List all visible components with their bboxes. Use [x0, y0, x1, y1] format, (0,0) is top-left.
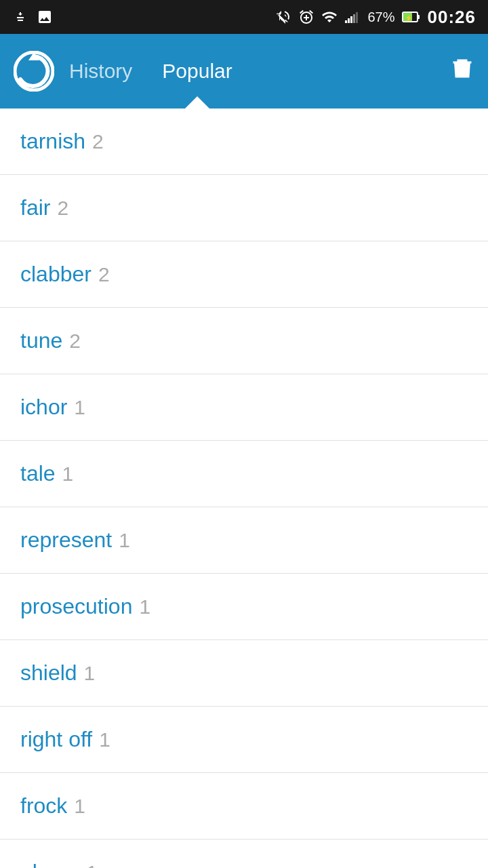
svg-rect-4	[356, 12, 358, 23]
word-text: prosecution	[20, 594, 132, 619]
word-text: clabber	[20, 262, 92, 287]
svg-rect-0	[345, 20, 347, 23]
list-item[interactable]: ichor1	[0, 374, 488, 441]
signal-icon	[344, 9, 361, 25]
app-logo	[14, 51, 54, 92]
word-count: 1	[74, 396, 85, 419]
list-item[interactable]: tale1	[0, 441, 488, 507]
svg-text:⚡: ⚡	[405, 14, 413, 22]
word-count: 1	[74, 795, 85, 818]
word-text: represent	[20, 528, 112, 553]
list-item[interactable]: shield1	[0, 640, 488, 707]
word-count: 1	[86, 861, 98, 869]
list-item[interactable]: fair2	[0, 175, 488, 241]
word-list: tarnish2fair2clabber2tune2ichor1tale1rep…	[0, 108, 488, 868]
mute-icon	[275, 9, 291, 25]
usb-icon	[12, 9, 28, 25]
app-bar: History Popular	[0, 34, 488, 108]
battery-icon: ⚡	[402, 9, 421, 25]
word-count: 2	[98, 263, 110, 286]
list-item[interactable]: represent1	[0, 507, 488, 574]
word-text: right off	[20, 727, 92, 752]
list-item[interactable]: tune2	[0, 308, 488, 374]
word-count: 1	[62, 462, 74, 486]
word-text: tune	[20, 328, 62, 353]
word-count: 1	[99, 728, 110, 751]
svg-rect-2	[350, 16, 352, 23]
battery-percent: 67%	[367, 9, 394, 25]
status-bar-left	[12, 9, 53, 25]
word-count: 1	[119, 529, 130, 552]
list-item[interactable]: frock1	[0, 773, 488, 840]
word-count: 1	[84, 662, 96, 685]
list-item[interactable]: clabber2	[0, 241, 488, 308]
word-text: frock	[20, 793, 67, 818]
word-text: fair	[20, 195, 50, 220]
list-item[interactable]: tarnish2	[0, 108, 488, 175]
svg-rect-6	[418, 15, 420, 19]
word-text: tale	[20, 461, 56, 486]
word-text: shield	[20, 660, 77, 686]
tab-history[interactable]: History	[54, 34, 147, 108]
tab-popular[interactable]: Popular	[147, 34, 247, 108]
svg-rect-3	[353, 14, 355, 23]
status-time: 00:26	[428, 7, 476, 28]
list-item[interactable]: prosecution1	[0, 574, 488, 640]
alarm-icon	[298, 9, 314, 25]
wifi-icon	[321, 9, 338, 25]
word-text: abase	[20, 860, 79, 868]
word-count: 2	[92, 130, 104, 153]
delete-button[interactable]	[450, 56, 474, 86]
status-bar: 67% ⚡ 00:26	[0, 0, 488, 34]
word-text: ichor	[20, 395, 67, 420]
word-count: 2	[69, 330, 81, 353]
app-bar-tabs: History Popular	[54, 34, 450, 108]
svg-rect-1	[348, 18, 350, 23]
status-bar-right: 67% ⚡ 00:26	[275, 7, 476, 28]
list-item[interactable]: right off1	[0, 707, 488, 773]
word-count: 2	[57, 197, 68, 220]
image-icon	[37, 9, 53, 25]
word-text: tarnish	[20, 129, 85, 154]
list-item[interactable]: abase1	[0, 840, 488, 868]
word-count: 1	[139, 595, 150, 618]
trash-icon	[450, 56, 474, 81]
